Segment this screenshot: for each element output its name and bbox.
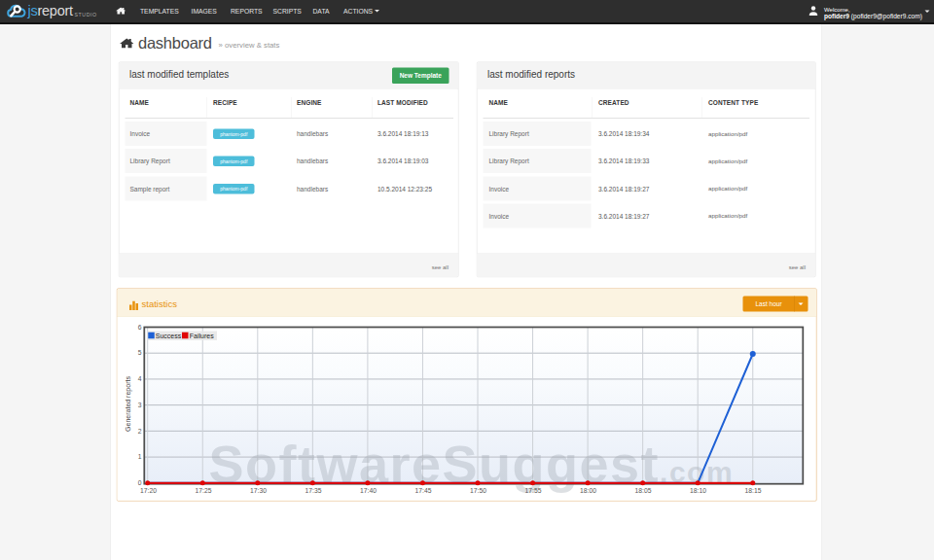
- svg-text:18:05: 18:05: [635, 487, 652, 494]
- svg-text:2: 2: [138, 428, 142, 435]
- svg-text:18:15: 18:15: [745, 487, 762, 494]
- svg-text:0: 0: [138, 479, 142, 486]
- svg-text:17:40: 17:40: [360, 487, 377, 494]
- svg-text:18:00: 18:00: [580, 487, 596, 494]
- svg-text:17:45: 17:45: [415, 487, 432, 494]
- svg-text:17:20: 17:20: [140, 487, 157, 494]
- svg-text:Generated reports: Generated reports: [125, 376, 132, 432]
- svg-text:17:30: 17:30: [250, 487, 267, 494]
- svg-text:5: 5: [138, 349, 142, 356]
- svg-text:3: 3: [138, 402, 142, 408]
- svg-text:4: 4: [138, 375, 142, 382]
- svg-text:18:10: 18:10: [690, 487, 706, 494]
- svg-text:1: 1: [138, 453, 142, 460]
- svg-text:17:55: 17:55: [525, 487, 542, 494]
- svg-text:Success: Success: [156, 332, 182, 339]
- svg-text:17:50: 17:50: [470, 487, 486, 494]
- svg-text:Failures: Failures: [190, 332, 214, 339]
- svg-text:17:25: 17:25: [196, 487, 212, 494]
- svg-text:17:35: 17:35: [305, 487, 322, 494]
- svg-text:6: 6: [138, 324, 142, 331]
